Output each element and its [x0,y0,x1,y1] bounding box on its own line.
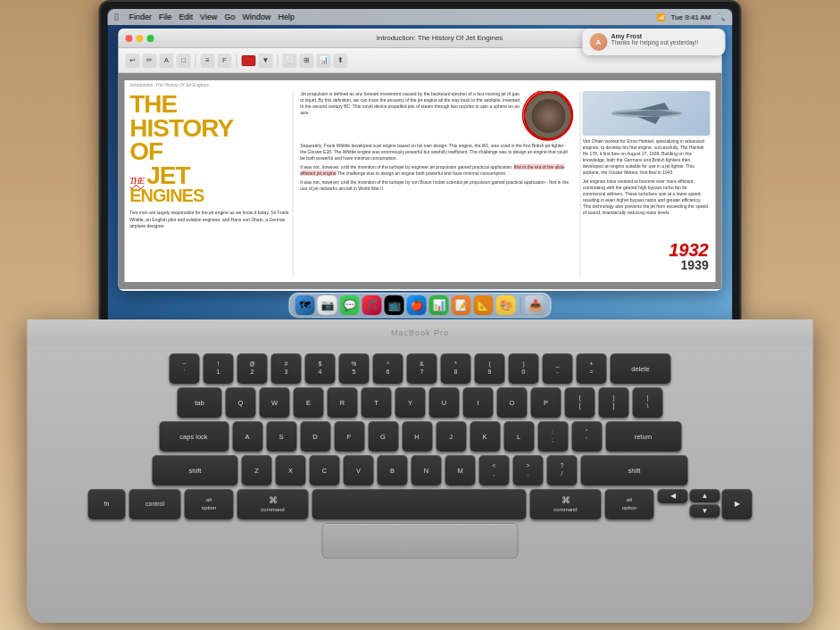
key-y[interactable]: Y [395,387,426,418]
key-option-right[interactable]: altoption [605,489,654,519]
key-q[interactable]: Q [226,387,256,418]
key-h[interactable]: H [402,421,432,452]
key-z[interactable]: Z [242,455,272,485]
dock-icon-appstore[interactable]: 🍎 [407,295,427,315]
key-o[interactable]: O [497,387,528,418]
key-backslash[interactable]: |\ [633,387,663,418]
image-button[interactable]: ⬜ [283,54,297,68]
key-equals[interactable]: += [577,353,607,384]
window-menu[interactable]: Window [242,12,270,21]
close-button[interactable] [126,35,133,42]
key-delete[interactable]: delete [611,353,671,384]
search-icon[interactable]: 🔍 [717,13,726,21]
color-picker[interactable]: ▼ [259,54,273,68]
maximize-button[interactable] [147,35,154,42]
key-b[interactable]: B [378,455,408,485]
key-period[interactable]: >. [513,455,544,485]
help-menu[interactable]: Help [278,12,295,21]
dock-icon-messages[interactable]: 💬 [340,295,360,315]
key-7[interactable]: &7 [407,353,437,384]
key-slash[interactable]: ?/ [547,455,578,485]
key-comma[interactable]: <, [479,455,510,485]
key-arrow-down[interactable]: ▼ [690,504,720,518]
dock-icon-photos[interactable]: 📷 [318,295,337,315]
share-button[interactable]: ⬆ [334,54,348,68]
pen-button[interactable]: ✏ [143,54,157,68]
key-2[interactable]: @2 [237,353,268,384]
key-return[interactable]: return [605,421,681,452]
key-fn[interactable]: fn [88,489,126,519]
chart-button[interactable]: 📊 [317,54,331,68]
key-arrow-left[interactable]: ◀ [658,489,688,503]
key-w[interactable]: W [260,387,290,418]
key-bracket-open[interactable]: {[ [565,387,595,418]
key-bracket-close[interactable]: }] [599,387,629,418]
apple-menu[interactable]:  [115,12,119,22]
key-5[interactable]: %5 [339,353,370,384]
key-minus[interactable]: _- [543,353,573,384]
key-a[interactable]: A [232,421,262,452]
key-x[interactable]: X [276,455,306,485]
dock-icon-keynote[interactable]: 📐 [474,295,494,315]
key-arrow-right[interactable]: ▶ [722,489,753,519]
text-button[interactable]: A [160,54,174,68]
key-l[interactable]: L [503,421,534,452]
key-k[interactable]: K [470,421,500,452]
key-command-left[interactable]: ⌘command [237,489,309,519]
dock-icon-tv[interactable]: 📺 [385,295,404,315]
key-arrow-up[interactable]: ▲ [690,489,720,502]
key-shift-right[interactable]: shift [581,455,688,485]
key-capslock[interactable]: caps lock [159,421,229,452]
key-p[interactable]: P [531,387,561,418]
key-space[interactable] [312,489,527,519]
font-button[interactable]: F [218,54,232,68]
key-tab[interactable]: tab [178,387,222,418]
shapes-button[interactable]: □ [177,54,191,68]
table-button[interactable]: ⊞ [300,54,314,68]
dock-icon-pages[interactable]: 📝 [452,295,471,315]
key-control[interactable]: control [129,489,181,519]
key-r[interactable]: R [328,387,358,418]
undo-button[interactable]: ↩ [126,54,140,68]
trackpad[interactable] [322,523,519,559]
key-3[interactable]: #3 [271,353,302,384]
key-option-left[interactable]: altoption [185,489,234,519]
key-j[interactable]: J [436,421,466,452]
key-v[interactable]: V [344,455,374,485]
dock-icon-numbers[interactable]: 📊 [429,295,449,315]
dock-icon-sketch[interactable]: 🎨 [496,295,516,315]
key-c[interactable]: C [310,455,340,485]
dock-icon-downloads[interactable]: 📥 [526,295,545,315]
key-u[interactable]: U [429,387,460,418]
key-s[interactable]: S [266,421,296,452]
view-menu[interactable]: View [200,12,217,21]
key-shift-left[interactable]: shift [153,455,238,485]
key-quote[interactable]: "' [571,421,602,452]
color-red[interactable] [242,55,256,66]
notification-banner[interactable]: A Amy Frost Thanks for helping out yeste… [583,29,726,55]
key-f[interactable]: F [334,421,364,452]
key-semicolon[interactable]: :; [537,421,568,452]
align-button[interactable]: ≡ [201,54,215,68]
key-6[interactable]: ^6 [373,353,403,384]
dock-icon-music[interactable]: 🎵 [362,295,382,315]
key-1[interactable]: !1 [204,353,234,384]
file-menu[interactable]: File [159,12,172,21]
key-e[interactable]: E [294,387,324,418]
go-menu[interactable]: Go [224,12,235,21]
finder-menu[interactable]: Finder [129,12,153,21]
key-8[interactable]: *8 [441,353,471,384]
minimize-button[interactable] [137,35,144,42]
key-m[interactable]: M [445,455,476,485]
key-g[interactable]: G [368,421,398,452]
key-9[interactable]: (9 [475,353,505,384]
key-t[interactable]: T [362,387,392,418]
key-0[interactable]: )0 [509,353,539,384]
key-command-right[interactable]: ⌘command [530,489,602,519]
key-backtick[interactable]: ~` [170,353,200,384]
dock-icon-finder[interactable]: 🗺 [295,295,315,315]
key-d[interactable]: D [300,421,330,452]
edit-menu[interactable]: Edit [179,12,194,21]
key-n[interactable]: N [412,455,442,485]
key-4[interactable]: $4 [305,353,336,384]
